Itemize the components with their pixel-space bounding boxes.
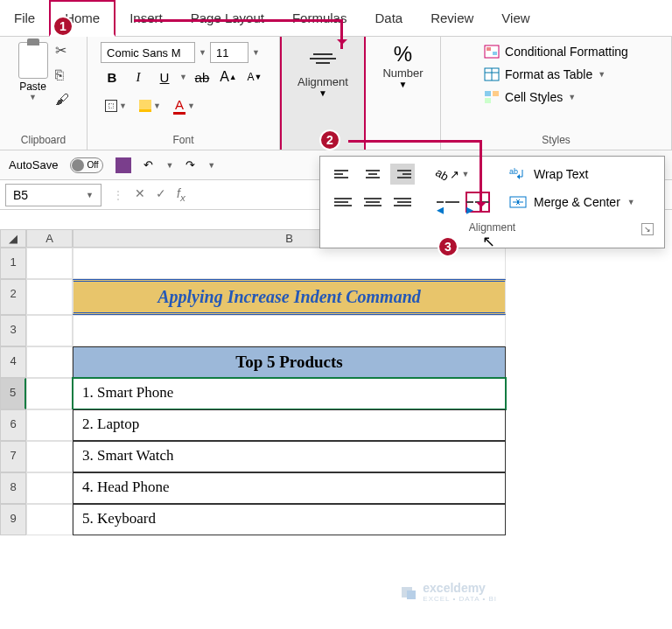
chevron-down-icon[interactable]: ▼ [252,48,260,57]
cell[interactable] [26,441,73,472]
chevron-down-icon[interactable]: ▼ [318,88,327,98]
format-painter-icon[interactable]: 🖌 [55,92,69,108]
name-box[interactable]: B5 ▼ [5,184,102,206]
merge-icon [509,194,527,210]
svg-rect-6 [485,91,491,96]
format-as-table-button[interactable]: Format as Table▼ [484,65,606,84]
select-all-corner[interactable]: ◢ [0,229,26,248]
align-bottom-right-button[interactable] [390,192,415,213]
cell[interactable] [73,315,506,346]
chevron-down-icon[interactable]: ▼ [199,48,206,57]
autosave-label: AutoSave [9,158,58,171]
data-cell[interactable]: 2. Laptop [73,409,506,441]
table-header-cell[interactable]: Top 5 Products [73,346,506,378]
fill-swatch-icon [139,100,151,112]
align-top-center-button[interactable] [360,164,385,185]
cell[interactable] [26,504,73,535]
paste-label: Paste [19,80,46,93]
chevron-down-icon[interactable]: ▼ [179,73,187,81]
shrink-font-button[interactable]: A▼ [243,66,266,87]
fx-icon[interactable]: fx [177,186,186,203]
redo-icon[interactable]: ↷ [186,158,195,171]
dialog-launcher-icon[interactable]: ↘ [641,223,654,235]
group-label-clipboard: Clipboard [21,132,66,148]
group-label-font: Font [172,132,193,148]
borders-button[interactable]: ▼ [101,97,131,115]
save-icon[interactable] [116,157,131,173]
row-header[interactable]: 9 [0,504,26,535]
worksheet: ◢ A B 1 2 Applying Increase Indent Comma… [0,229,672,535]
cell[interactable] [26,279,73,315]
percent-icon[interactable]: % [394,42,412,66]
row-header[interactable]: 7 [0,441,26,472]
cell[interactable] [26,378,73,409]
align-top-right-button[interactable] [390,164,415,185]
row-header[interactable]: 3 [0,315,26,346]
copy-icon[interactable]: ⎘ [55,67,69,83]
tab-insert[interactable]: Insert [116,2,177,34]
row-header[interactable]: 4 [0,346,26,378]
group-clipboard: Paste ▼ ✂ ⎘ 🖌 Clipboard [0,37,88,150]
col-header-a[interactable]: A [26,229,73,248]
grow-font-button[interactable]: A▲ [217,66,240,87]
cell[interactable] [26,472,73,504]
paste-button[interactable]: Paste ▼ [18,42,48,108]
annotation-arrow [134,19,340,22]
chevron-down-icon[interactable]: ▼ [399,80,408,89]
row-header[interactable]: 5 [0,378,26,409]
row-header[interactable]: 6 [0,409,26,441]
svg-rect-7 [493,91,499,96]
watermark-icon [400,584,417,601]
cut-icon[interactable]: ✂ [55,42,69,59]
group-font: ▼ ▼ B I U ▼ ab A▲ A▼ ▼ ▼ A▼ Font [88,37,280,150]
tab-view[interactable]: View [487,2,543,34]
annotation-badge-1: 1 [52,16,74,37]
cell[interactable] [26,346,73,378]
cell[interactable] [26,248,73,279]
wrap-text-button[interactable]: ab Wrap Text [506,164,639,185]
merge-center-button[interactable]: Merge & Center ▼ [506,192,639,213]
orientation-button[interactable]: ab↗ ▼ [436,164,469,185]
conditional-formatting-button[interactable]: Conditional Formatting [484,42,628,61]
alignment-label: Alignment [298,75,348,88]
italic-button[interactable]: I [127,66,150,87]
tab-page-layout[interactable]: Page Layout [177,2,278,34]
strikethrough-button[interactable]: ab [191,66,214,87]
autosave-toggle[interactable]: Off [70,157,103,173]
undo-icon[interactable]: ↶ [144,158,153,171]
row-header[interactable]: 2 [0,279,26,315]
cell[interactable] [26,409,73,441]
cell-styles-button[interactable]: Cell Styles▼ [484,87,576,107]
selected-cell[interactable]: 1. Smart Phone [73,378,506,409]
title-cell[interactable]: Applying Increase Indent Command [73,279,506,315]
align-bottom-left-button[interactable] [331,192,355,213]
data-cell[interactable]: 4. Head Phone [73,472,506,504]
paste-icon [18,42,48,79]
cancel-formula-icon[interactable]: ✕ [135,186,145,203]
underline-button[interactable]: U [153,66,176,87]
font-name-combo[interactable] [101,42,195,63]
align-top-left-button[interactable] [331,164,355,185]
annotation-badge-2: 2 [319,129,340,150]
accept-formula-icon[interactable]: ✓ [156,186,166,203]
row-header[interactable]: 1 [0,248,26,279]
bold-button[interactable]: B [101,66,123,87]
chevron-down-icon[interactable]: ▼ [86,191,94,199]
fill-color-button[interactable]: ▼ [135,97,165,115]
font-size-combo[interactable] [210,42,248,63]
cell[interactable] [26,315,73,346]
cell-styles-icon [484,90,500,104]
annotation-arrow [480,140,482,212]
tab-file[interactable]: File [0,2,49,34]
chevron-down-icon[interactable]: ▼ [627,198,635,206]
decrease-indent-button[interactable]: ◂ [436,192,460,213]
tab-formulas[interactable]: Formulas [278,2,361,34]
data-cell[interactable]: 5. Keyboard [73,504,506,535]
font-color-button[interactable]: A▼ [169,94,200,117]
align-bottom-center-button[interactable] [360,192,385,213]
svg-rect-8 [485,98,491,103]
data-cell[interactable]: 3. Smart Watch [73,441,506,472]
tab-review[interactable]: Review [416,2,487,34]
tab-data[interactable]: Data [360,2,416,34]
row-header[interactable]: 8 [0,472,26,504]
